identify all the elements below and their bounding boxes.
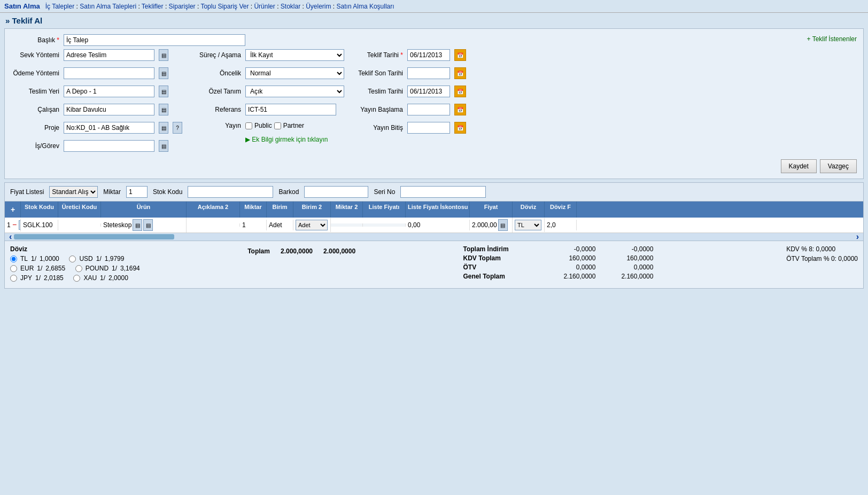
add-row-btn[interactable]: +: [7, 204, 19, 215]
yayin-partner-checkbox[interactable]: [274, 122, 281, 129]
calisan-lookup-btn[interactable]: ▤: [159, 104, 168, 115]
seri-no-input[interactable]: [400, 186, 486, 198]
teklif-son-tarihi-cal-btn[interactable]: 📅: [454, 67, 466, 79]
tl-value: 1,0000: [40, 255, 59, 262]
teslim-yeri-input[interactable]: [64, 86, 154, 97]
teklif-son-tarihi-input[interactable]: [407, 67, 450, 79]
horizontal-scrollbar[interactable]: [14, 234, 174, 239]
teklif-tarihi-input[interactable]: [407, 49, 450, 61]
calisan-input[interactable]: [64, 104, 154, 115]
teslim-yeri-label: Teslim Yeri: [11, 88, 59, 95]
th-miktar: Miktar: [240, 202, 267, 218]
toplam-label: Toplam: [247, 248, 270, 255]
odeme-input[interactable]: [64, 67, 154, 79]
stok-kodu-filter-input[interactable]: [188, 186, 273, 198]
nav-uyelerim[interactable]: Üyelerim: [306, 3, 331, 10]
toplam-indirim-label: Toplam İndirim: [463, 245, 538, 253]
kdv-box: KDV % 8: 0,0000 ÖTV Toplam % 0: 0,0000: [786, 245, 858, 284]
doviz-title: Döviz: [10, 245, 140, 253]
surec-select[interactable]: İlk Kayıt İnceleme Onay: [245, 49, 344, 61]
teklif-tarihi-cal-btn[interactable]: 📅: [454, 49, 466, 61]
kaydet-button[interactable]: Kaydet: [781, 159, 817, 173]
nav-ic-talepler[interactable]: İç Talepler: [45, 3, 74, 10]
usd-radio[interactable]: [69, 256, 76, 262]
nav-toplu-siparis[interactable]: Toplu Sipariş Ver: [200, 3, 249, 10]
jpy-radio[interactable]: [10, 275, 17, 282]
baslik-row: Başlık + Teklif İstenenler: [11, 34, 857, 46]
calisan-label: Çalışan: [11, 106, 59, 113]
nav-stoklar[interactable]: Stoklar: [281, 3, 300, 10]
th-add: +: [5, 202, 21, 218]
left-column: Sevk Yöntemi ▤ Ödeme Yöntemi ▤ Teslim Ye…: [11, 49, 182, 155]
th-doviz-f: Döviz F: [545, 202, 577, 218]
nav-satin-alma-kosullari[interactable]: Satın Alma Koşulları: [337, 3, 394, 10]
urun-lookup-btn1[interactable]: ▤: [133, 219, 142, 231]
oncelik-select[interactable]: Normal Yüksek Düşük: [245, 67, 344, 79]
pound-radio[interactable]: [75, 265, 82, 272]
kdv-8-value: 0,0000: [816, 245, 836, 253]
teslim-tarihi-input[interactable]: [407, 86, 450, 97]
ek-bilgi-btn[interactable]: Ek Bilgi girmek için tıklayın: [245, 136, 328, 143]
yayin-baslama-cal-btn[interactable]: 📅: [454, 104, 466, 115]
calisan-row: Çalışan ▤: [11, 104, 182, 115]
doviz-select[interactable]: TL USD EUR: [515, 220, 541, 230]
xau-radio[interactable]: [73, 275, 80, 282]
nav-satin-alma-talepleri[interactable]: Satın Alma Talepleri: [80, 3, 136, 10]
teslim-tarihi-cal-btn[interactable]: 📅: [454, 86, 466, 97]
teklif-istenenler-btn[interactable]: + Teklif İstenenler: [807, 34, 857, 43]
vazgec-button[interactable]: Vazgeç: [820, 159, 857, 173]
totals-section: Döviz TL 1/ 1,0000 USD 1/ 1,9799 EUR 1/ …: [5, 241, 863, 288]
nav-siparisler[interactable]: Siparişler: [169, 3, 196, 10]
baslik-input[interactable]: [64, 34, 245, 46]
teklif-tarihi-row: Teklif Tarihi 📅: [355, 49, 466, 61]
otv-toplam-value: 0,0000: [838, 255, 858, 262]
scroll-right-btn[interactable]: ›: [854, 232, 861, 242]
odeme-lookup-btn[interactable]: ▤: [159, 67, 168, 79]
referans-input[interactable]: [245, 104, 336, 115]
urun-lookup-btn2[interactable]: ▤: [143, 219, 153, 231]
yayin-bitis-input[interactable]: [407, 122, 450, 134]
th-uretici-kodu: Üretici Kodu: [58, 202, 101, 218]
miktar-label: Miktar: [103, 188, 121, 196]
fiyat-value: 2.000,00: [472, 221, 497, 229]
miktar-input[interactable]: [126, 186, 148, 198]
barkod-input[interactable]: [304, 186, 368, 198]
birim2-select[interactable]: Adet: [296, 220, 328, 230]
remove-row-btn[interactable]: −: [12, 220, 17, 229]
yayin-baslama-row: Yayın Başlama 📅: [355, 104, 466, 115]
fiyat-listesi-label: Fiyat Listesi: [10, 188, 44, 196]
yayin-baslama-input[interactable]: [407, 104, 450, 115]
yayin-public-checkbox[interactable]: [245, 122, 252, 129]
tl-radio[interactable]: [10, 256, 17, 262]
barkod-label: Barkod: [278, 188, 299, 196]
action-buttons: Kaydet Vazgeç: [11, 159, 857, 173]
proje-input[interactable]: [64, 122, 154, 134]
form-columns: Sevk Yöntemi ▤ Ödeme Yöntemi ▤ Teslim Ye…: [11, 49, 857, 155]
th-miktar2: Miktar 2: [331, 202, 363, 218]
proje-row: Proje ▤ ?: [11, 122, 182, 134]
proje-lookup-btn[interactable]: ▤: [159, 122, 168, 134]
teslim-yeri-lookup-btn[interactable]: ▤: [159, 86, 168, 97]
otv-toplam-row: ÖTV Toplam % 0: 0,0000: [786, 255, 858, 262]
th-liste-fiyati: Liste Fiyatı: [363, 202, 406, 218]
is-gorev-input[interactable]: [64, 140, 154, 152]
td-liste-fiyati: [363, 223, 406, 227]
birim-value: Adet: [269, 221, 282, 229]
sevk-lookup-btn[interactable]: ▤: [159, 49, 168, 61]
tl-row: TL 1/ 1,0000 USD 1/ 1,9799: [10, 255, 140, 262]
eur-radio[interactable]: [10, 265, 17, 272]
nav-teklifler[interactable]: Teklifler: [142, 3, 164, 10]
ozel-tanim-select[interactable]: Açık Kapalı: [245, 86, 344, 97]
currency-box: Döviz TL 1/ 1,0000 USD 1/ 1,9799 EUR 1/ …: [10, 245, 140, 284]
yayin-bitis-cal-btn[interactable]: 📅: [454, 122, 466, 134]
th-stok-kodu: Stok Kodu: [21, 202, 58, 218]
genel-toplam-val2: 2.160,0000: [600, 273, 653, 280]
sevk-input[interactable]: [64, 49, 154, 61]
is-gorev-lookup-btn[interactable]: ▤: [159, 140, 168, 152]
fiyat-lookup-btn[interactable]: ▤: [498, 219, 508, 231]
fiyat-listesi-select[interactable]: Standart Alış: [49, 186, 98, 198]
teklif-son-tarihi-row: Teklif Son Tarihi 📅: [355, 67, 466, 79]
proje-help-btn[interactable]: ?: [173, 122, 182, 134]
scroll-left-btn[interactable]: ‹: [7, 232, 14, 242]
nav-urunler[interactable]: Ürünler: [254, 3, 275, 10]
